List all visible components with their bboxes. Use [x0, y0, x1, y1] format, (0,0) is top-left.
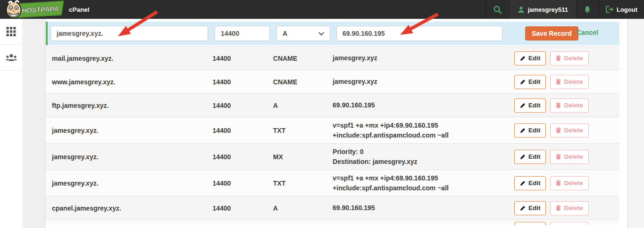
trash-icon	[556, 79, 561, 85]
delete-button[interactable]: Delete	[550, 150, 589, 164]
record-ttl: 14400	[212, 127, 273, 134]
trash-icon	[556, 102, 561, 108]
mx-priority: Priority: 0	[333, 147, 514, 156]
logout-button[interactable]: Logout	[599, 0, 644, 19]
trash-icon	[556, 55, 561, 61]
sidebar-item-users[interactable]	[0, 45, 22, 71]
username: jamesgrey511	[528, 6, 568, 13]
edit-button[interactable]: Edit	[514, 150, 546, 164]
sidebar	[0, 19, 23, 228]
record-value: jamesgrey.xyz	[333, 77, 514, 86]
record-ttl-input[interactable]	[215, 26, 270, 41]
pencil-icon	[520, 128, 526, 133]
grid-icon	[6, 27, 16, 36]
record-type: CNAME	[273, 55, 333, 62]
record-type: TXT	[273, 127, 333, 134]
delete-button[interactable]: Delete	[550, 123, 589, 138]
logout-label: Logout	[617, 6, 637, 13]
record-type: TXT	[273, 179, 333, 187]
edit-button[interactable]: Edit	[514, 75, 546, 89]
record-value-input[interactable]	[336, 26, 502, 41]
record-edit-row: A Save Record Cancel	[46, 22, 619, 45]
dns-record-row: mail.jamesgrey.xyz. 14400 CNAME jamesgre…	[46, 47, 619, 70]
notifications-button[interactable]	[576, 0, 599, 19]
right-panel-band	[627, 19, 644, 228]
edit-button[interactable]: Edit	[514, 98, 546, 113]
record-name: mail.jamesgrey.xyz.	[46, 55, 212, 62]
dns-record-row: ftp.jamesgrey.xyz. 14400 A 69.90.160.195…	[46, 94, 619, 117]
record-type-select[interactable]: A	[276, 26, 330, 41]
topbar: HOSTPAPA cPanel jamesgrey511	[0, 0, 644, 19]
bell-icon	[584, 6, 591, 14]
delete-button[interactable]: Delete	[550, 51, 589, 65]
dns-record-row: jamesgrey.xyz. 14400 TXT v=spf1 +a +mx +…	[46, 170, 619, 196]
record-value: 69.90.160.195	[333, 203, 514, 212]
logout-icon	[606, 6, 614, 13]
record-ttl: 14400	[212, 78, 273, 86]
search-icon	[493, 5, 502, 14]
dns-record-row: www.jamesgrey.xyz. 14400 CNAME jamesgrey…	[46, 70, 619, 94]
record-value: 69.90.160.195	[333, 100, 514, 110]
record-value: Priority: 0 Destination: jamesgrey.xyz	[333, 147, 514, 166]
sidebar-gutter	[23, 19, 45, 228]
record-value: v=spf1 +a +mx +ip4:69.90.160.195 +includ…	[333, 173, 514, 193]
users-icon	[5, 54, 17, 62]
record-name: jamesgrey.xyz.	[46, 127, 212, 134]
record-type: A	[273, 204, 333, 212]
record-name-input[interactable]	[50, 26, 208, 41]
pencil-icon	[520, 205, 526, 211]
sidebar-item-apps[interactable]	[0, 19, 22, 45]
dns-record-row: cpanel.jamesgrey.xyz. 14400 A 69.90.160.…	[46, 196, 619, 220]
record-type-selected: A	[283, 30, 287, 37]
record-ttl: 14400	[212, 102, 273, 109]
search-button[interactable]	[485, 0, 509, 19]
edit-button[interactable]: Edit	[514, 123, 546, 138]
user-menu[interactable]: jamesgrey511	[509, 0, 576, 19]
edit-button[interactable]: Edit	[514, 51, 546, 65]
record-value: jamesgrey.xyz	[333, 53, 514, 63]
cancel-link[interactable]: Cancel	[577, 29, 598, 36]
record-ttl: 14400	[212, 204, 273, 212]
dns-record-row: jamesgrey.xyz. 14400 MX Priority: 0 Dest…	[46, 144, 619, 170]
chevron-down-icon	[318, 32, 324, 35]
app-title: cPanel	[69, 6, 90, 13]
record-name: jamesgrey.xyz.	[46, 179, 212, 187]
edit-button[interactable]: Edit	[514, 176, 546, 190]
record-name: jamesgrey.xyz.	[46, 153, 212, 161]
delete-button[interactable]: Delete	[550, 176, 589, 190]
record-type: A	[273, 102, 333, 109]
edit-button[interactable]: Edit	[514, 222, 546, 225]
record-ttl: 14400	[212, 179, 273, 187]
dns-record-row: jamesgrey.xyz. 14400 TXT v=spf1 +a +mx +…	[46, 117, 619, 144]
hostpapa-logo[interactable]: HOSTPAPA	[4, 0, 64, 19]
dns-zone-table: A Save Record Cancel mail.jamesgrey.xyz.…	[46, 22, 619, 225]
pencil-icon	[520, 79, 526, 85]
pencil-icon	[520, 56, 526, 61]
record-value: v=spf1 +a +mx +ip4:69.90.160.195 +includ…	[333, 121, 514, 140]
delete-button[interactable]: Delete	[550, 201, 589, 215]
user-icon	[518, 6, 525, 13]
pencil-icon	[520, 103, 526, 108]
record-ttl: 14400	[212, 55, 273, 62]
trash-icon	[556, 205, 561, 211]
trash-icon	[556, 154, 561, 160]
save-record-button[interactable]: Save Record	[525, 26, 578, 41]
trash-icon	[556, 127, 561, 133]
mx-destination: Destination: jamesgrey.xyz	[333, 157, 514, 166]
record-type: MX	[273, 153, 333, 161]
record-name: www.jamesgrey.xyz.	[46, 78, 212, 86]
trash-icon	[556, 180, 561, 186]
pencil-icon	[520, 180, 526, 186]
record-name: cpanel.jamesgrey.xyz.	[46, 204, 212, 212]
dns-record-row-partial: Edit Delete	[46, 220, 619, 225]
delete-button[interactable]: Delete	[550, 98, 589, 113]
edit-button[interactable]: Edit	[514, 201, 546, 215]
record-ttl: 14400	[212, 153, 273, 161]
records-list: mail.jamesgrey.xyz. 14400 CNAME jamesgre…	[46, 46, 619, 225]
delete-button[interactable]: Delete	[550, 75, 589, 89]
pencil-icon	[520, 154, 526, 160]
record-type: CNAME	[273, 78, 333, 86]
record-name: ftp.jamesgrey.xyz.	[46, 102, 212, 109]
delete-button[interactable]: Delete	[550, 222, 589, 225]
